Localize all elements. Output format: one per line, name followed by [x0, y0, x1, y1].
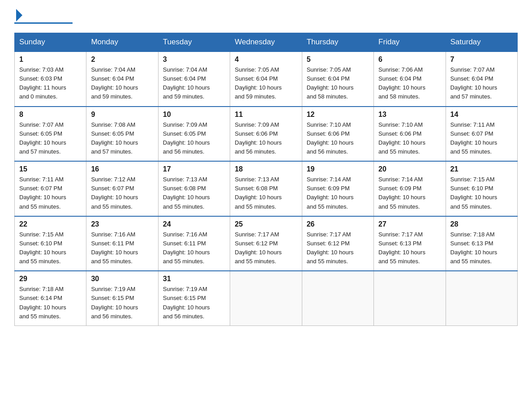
- day-cell-20: 20Sunrise: 7:14 AMSunset: 6:09 PMDayligh…: [374, 161, 446, 216]
- day-info: Sunrise: 7:19 AMSunset: 6:15 PMDaylight:…: [163, 285, 225, 321]
- day-cell-2: 2Sunrise: 7:04 AMSunset: 6:04 PMDaylight…: [86, 51, 158, 107]
- day-number: 19: [307, 165, 369, 173]
- day-cell-7: 7Sunrise: 7:07 AMSunset: 6:04 PMDaylight…: [446, 51, 517, 107]
- day-cell-9: 9Sunrise: 7:08 AMSunset: 6:05 PMDaylight…: [86, 107, 158, 162]
- day-info: Sunrise: 7:17 AMSunset: 6:12 PMDaylight:…: [235, 230, 297, 266]
- day-number: 26: [307, 220, 369, 228]
- day-number: 30: [91, 275, 153, 283]
- day-cell-14: 14Sunrise: 7:11 AMSunset: 6:07 PMDayligh…: [446, 107, 517, 162]
- week-row-2: 8Sunrise: 7:07 AMSunset: 6:05 PMDaylight…: [15, 107, 518, 162]
- day-info: Sunrise: 7:09 AMSunset: 6:06 PMDaylight:…: [235, 120, 297, 157]
- day-info: Sunrise: 7:17 AMSunset: 6:13 PMDaylight:…: [378, 230, 441, 266]
- day-number: 22: [19, 220, 82, 228]
- day-info: Sunrise: 7:03 AMSunset: 6:03 PMDaylight:…: [19, 65, 82, 102]
- day-info: Sunrise: 7:11 AMSunset: 6:07 PMDaylight:…: [19, 175, 82, 211]
- day-number: 27: [378, 220, 441, 228]
- day-cell-4: 4Sunrise: 7:05 AMSunset: 6:04 PMDaylight…: [230, 51, 302, 107]
- day-number: 4: [235, 56, 297, 64]
- day-cell-18: 18Sunrise: 7:13 AMSunset: 6:08 PMDayligh…: [230, 161, 302, 216]
- day-number: 3: [163, 56, 225, 64]
- day-cell-22: 22Sunrise: 7:15 AMSunset: 6:10 PMDayligh…: [15, 216, 86, 271]
- weekday-header-tuesday: Tuesday: [158, 33, 230, 52]
- weekday-header-sunday: Sunday: [15, 33, 86, 52]
- day-number: 1: [19, 56, 82, 64]
- day-info: Sunrise: 7:17 AMSunset: 6:12 PMDaylight:…: [307, 230, 369, 266]
- day-cell-3: 3Sunrise: 7:04 AMSunset: 6:04 PMDaylight…: [158, 51, 230, 107]
- day-number: 29: [19, 275, 82, 283]
- day-number: 31: [163, 275, 225, 283]
- day-cell-27: 27Sunrise: 7:17 AMSunset: 6:13 PMDayligh…: [374, 216, 446, 271]
- day-cell-11: 11Sunrise: 7:09 AMSunset: 6:06 PMDayligh…: [230, 107, 302, 162]
- day-number: 20: [378, 165, 441, 173]
- day-cell-28: 28Sunrise: 7:18 AMSunset: 6:13 PMDayligh…: [446, 216, 517, 271]
- day-info: Sunrise: 7:16 AMSunset: 6:11 PMDaylight:…: [163, 230, 225, 266]
- day-info: Sunrise: 7:07 AMSunset: 6:05 PMDaylight:…: [19, 120, 82, 157]
- day-number: 13: [378, 111, 441, 119]
- day-cell-23: 23Sunrise: 7:16 AMSunset: 6:11 PMDayligh…: [86, 216, 158, 271]
- week-row-3: 15Sunrise: 7:11 AMSunset: 6:07 PMDayligh…: [15, 161, 518, 216]
- day-info: Sunrise: 7:05 AMSunset: 6:04 PMDaylight:…: [235, 65, 297, 102]
- weekday-header-friday: Friday: [374, 33, 446, 52]
- day-number: 10: [163, 111, 225, 119]
- week-row-5: 29Sunrise: 7:18 AMSunset: 6:14 PMDayligh…: [15, 271, 518, 325]
- day-info: Sunrise: 7:13 AMSunset: 6:08 PMDaylight:…: [235, 175, 297, 211]
- day-cell-31: 31Sunrise: 7:19 AMSunset: 6:15 PMDayligh…: [158, 271, 230, 325]
- day-number: 14: [450, 111, 513, 119]
- day-info: Sunrise: 7:15 AMSunset: 6:10 PMDaylight:…: [19, 230, 82, 266]
- day-info: Sunrise: 7:15 AMSunset: 6:10 PMDaylight:…: [450, 175, 513, 211]
- day-info: Sunrise: 7:18 AMSunset: 6:14 PMDaylight:…: [19, 285, 82, 321]
- day-info: Sunrise: 7:18 AMSunset: 6:13 PMDaylight:…: [450, 230, 513, 266]
- day-cell-6: 6Sunrise: 7:06 AMSunset: 6:04 PMDaylight…: [374, 51, 446, 107]
- day-cell-1: 1Sunrise: 7:03 AMSunset: 6:03 PMDaylight…: [15, 51, 86, 107]
- logo-triangle-icon: [16, 9, 22, 21]
- day-cell-26: 26Sunrise: 7:17 AMSunset: 6:12 PMDayligh…: [302, 216, 373, 271]
- day-info: Sunrise: 7:16 AMSunset: 6:11 PMDaylight:…: [91, 230, 153, 266]
- day-number: 7: [450, 56, 513, 64]
- page-header: [14, 11, 518, 24]
- logo: [14, 11, 73, 24]
- day-info: Sunrise: 7:10 AMSunset: 6:06 PMDaylight:…: [378, 120, 441, 157]
- day-info: Sunrise: 7:08 AMSunset: 6:05 PMDaylight:…: [91, 120, 153, 157]
- day-cell-15: 15Sunrise: 7:11 AMSunset: 6:07 PMDayligh…: [15, 161, 86, 216]
- day-cell-10: 10Sunrise: 7:09 AMSunset: 6:05 PMDayligh…: [158, 107, 230, 162]
- day-info: Sunrise: 7:14 AMSunset: 6:09 PMDaylight:…: [378, 175, 441, 211]
- day-info: Sunrise: 7:04 AMSunset: 6:04 PMDaylight:…: [91, 65, 153, 102]
- calendar-table: SundayMondayTuesdayWednesdayThursdayFrid…: [14, 33, 518, 326]
- day-number: 17: [163, 165, 225, 173]
- day-info: Sunrise: 7:13 AMSunset: 6:08 PMDaylight:…: [163, 175, 225, 211]
- week-row-4: 22Sunrise: 7:15 AMSunset: 6:10 PMDayligh…: [15, 216, 518, 271]
- day-info: Sunrise: 7:04 AMSunset: 6:04 PMDaylight:…: [163, 65, 225, 102]
- day-info: Sunrise: 7:09 AMSunset: 6:05 PMDaylight:…: [163, 120, 225, 157]
- day-cell-29: 29Sunrise: 7:18 AMSunset: 6:14 PMDayligh…: [15, 271, 86, 325]
- day-info: Sunrise: 7:10 AMSunset: 6:06 PMDaylight:…: [307, 120, 369, 157]
- weekday-header-monday: Monday: [86, 33, 158, 52]
- day-number: 23: [91, 220, 153, 228]
- day-cell-16: 16Sunrise: 7:12 AMSunset: 6:07 PMDayligh…: [86, 161, 158, 216]
- day-number: 15: [19, 165, 82, 173]
- day-cell-30: 30Sunrise: 7:19 AMSunset: 6:15 PMDayligh…: [86, 271, 158, 325]
- day-number: 25: [235, 220, 297, 228]
- day-cell-12: 12Sunrise: 7:10 AMSunset: 6:06 PMDayligh…: [302, 107, 373, 162]
- weekday-header-saturday: Saturday: [446, 33, 517, 52]
- week-row-1: 1Sunrise: 7:03 AMSunset: 6:03 PMDaylight…: [15, 51, 518, 107]
- day-number: 16: [91, 165, 153, 173]
- empty-cell: [230, 271, 302, 325]
- empty-cell: [446, 271, 517, 325]
- day-number: 11: [235, 111, 297, 119]
- weekday-header-thursday: Thursday: [302, 33, 373, 52]
- day-number: 8: [19, 111, 82, 119]
- day-number: 2: [91, 56, 153, 64]
- day-cell-19: 19Sunrise: 7:14 AMSunset: 6:09 PMDayligh…: [302, 161, 373, 216]
- day-cell-25: 25Sunrise: 7:17 AMSunset: 6:12 PMDayligh…: [230, 216, 302, 271]
- empty-cell: [374, 271, 446, 325]
- day-info: Sunrise: 7:07 AMSunset: 6:04 PMDaylight:…: [450, 65, 513, 102]
- weekday-header-wednesday: Wednesday: [230, 33, 302, 52]
- day-info: Sunrise: 7:14 AMSunset: 6:09 PMDaylight:…: [307, 175, 369, 211]
- day-number: 5: [307, 56, 369, 64]
- day-number: 24: [163, 220, 225, 228]
- empty-cell: [302, 271, 373, 325]
- day-info: Sunrise: 7:06 AMSunset: 6:04 PMDaylight:…: [378, 65, 441, 102]
- day-cell-13: 13Sunrise: 7:10 AMSunset: 6:06 PMDayligh…: [374, 107, 446, 162]
- day-cell-21: 21Sunrise: 7:15 AMSunset: 6:10 PMDayligh…: [446, 161, 517, 216]
- day-number: 6: [378, 56, 441, 64]
